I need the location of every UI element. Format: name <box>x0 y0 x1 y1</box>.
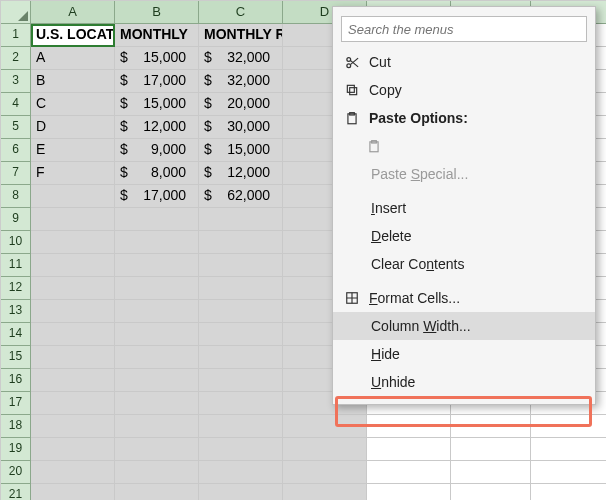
menu-item-cut[interactable]: Cut <box>333 48 595 76</box>
menu-item-insert[interactable]: Insert <box>333 194 595 222</box>
cell-A17[interactable] <box>31 392 115 415</box>
row-header-10[interactable]: 10 <box>1 231 31 254</box>
menu-search-input[interactable] <box>341 16 587 42</box>
column-header-A[interactable]: A <box>31 1 115 24</box>
cell-A8[interactable] <box>31 185 115 208</box>
cell-C6[interactable]: $15,000 <box>199 139 283 162</box>
cell-D19[interactable] <box>283 438 367 461</box>
cell-B9[interactable] <box>115 208 199 231</box>
cell-B16[interactable] <box>115 369 199 392</box>
cell-A14[interactable] <box>31 323 115 346</box>
row-header-14[interactable]: 14 <box>1 323 31 346</box>
cell-F20[interactable] <box>451 461 531 484</box>
row-header-1[interactable]: 1 <box>1 24 31 47</box>
cell-B17[interactable] <box>115 392 199 415</box>
cell-A3[interactable]: B <box>31 70 115 93</box>
cell-A15[interactable] <box>31 346 115 369</box>
cell-C11[interactable] <box>199 254 283 277</box>
select-all-corner[interactable] <box>1 1 31 24</box>
cell-A20[interactable] <box>31 461 115 484</box>
cell-C18[interactable] <box>199 415 283 438</box>
cell-B4[interactable]: $15,000 <box>115 93 199 116</box>
cell-A10[interactable] <box>31 231 115 254</box>
cell-B1[interactable]: MONTHLY <box>115 24 199 47</box>
cell-B21[interactable] <box>115 484 199 500</box>
menu-item-clear-contents[interactable]: Clear Contents <box>333 250 595 278</box>
row-header-13[interactable]: 13 <box>1 300 31 323</box>
cell-C15[interactable] <box>199 346 283 369</box>
menu-item-delete[interactable]: Delete <box>333 222 595 250</box>
cell-C13[interactable] <box>199 300 283 323</box>
row-header-12[interactable]: 12 <box>1 277 31 300</box>
cell-B11[interactable] <box>115 254 199 277</box>
cell-B7[interactable]: $8,000 <box>115 162 199 185</box>
menu-item-paste-default[interactable] <box>333 132 595 160</box>
cell-G21[interactable] <box>531 484 606 500</box>
row-header-6[interactable]: 6 <box>1 139 31 162</box>
cell-A4[interactable]: C <box>31 93 115 116</box>
row-header-3[interactable]: 3 <box>1 70 31 93</box>
cell-A18[interactable] <box>31 415 115 438</box>
cell-A7[interactable]: F <box>31 162 115 185</box>
column-header-B[interactable]: B <box>115 1 199 24</box>
menu-item-format-cells[interactable]: Format Cells... <box>333 284 595 312</box>
cell-E18[interactable] <box>367 415 451 438</box>
cell-A5[interactable]: D <box>31 116 115 139</box>
cell-C1[interactable]: MONTHLY REVEN <box>199 24 283 47</box>
cell-C4[interactable]: $20,000 <box>199 93 283 116</box>
cell-E20[interactable] <box>367 461 451 484</box>
row-header-18[interactable]: 18 <box>1 415 31 438</box>
row-header-20[interactable]: 20 <box>1 461 31 484</box>
cell-A9[interactable] <box>31 208 115 231</box>
cell-B8[interactable]: $17,000 <box>115 185 199 208</box>
cell-F18[interactable] <box>451 415 531 438</box>
cell-B5[interactable]: $12,000 <box>115 116 199 139</box>
cell-B20[interactable] <box>115 461 199 484</box>
row-header-17[interactable]: 17 <box>1 392 31 415</box>
cell-G20[interactable] <box>531 461 606 484</box>
row-header-4[interactable]: 4 <box>1 93 31 116</box>
cell-B12[interactable] <box>115 277 199 300</box>
cell-A6[interactable]: E <box>31 139 115 162</box>
cell-E21[interactable] <box>367 484 451 500</box>
column-header-C[interactable]: C <box>199 1 283 24</box>
cell-B18[interactable] <box>115 415 199 438</box>
cell-C10[interactable] <box>199 231 283 254</box>
cell-C7[interactable]: $12,000 <box>199 162 283 185</box>
cell-G19[interactable] <box>531 438 606 461</box>
cell-A19[interactable] <box>31 438 115 461</box>
cell-B15[interactable] <box>115 346 199 369</box>
cell-A11[interactable] <box>31 254 115 277</box>
cell-C17[interactable] <box>199 392 283 415</box>
cell-G18[interactable] <box>531 415 606 438</box>
cell-B2[interactable]: $15,000 <box>115 47 199 70</box>
cell-B6[interactable]: $9,000 <box>115 139 199 162</box>
row-header-9[interactable]: 9 <box>1 208 31 231</box>
row-header-7[interactable]: 7 <box>1 162 31 185</box>
menu-item-hide[interactable]: Hide <box>333 340 595 368</box>
cell-A2[interactable]: A <box>31 47 115 70</box>
cell-C3[interactable]: $32,000 <box>199 70 283 93</box>
cell-C9[interactable] <box>199 208 283 231</box>
cell-F19[interactable] <box>451 438 531 461</box>
cell-B19[interactable] <box>115 438 199 461</box>
cell-C19[interactable] <box>199 438 283 461</box>
cell-B14[interactable] <box>115 323 199 346</box>
cell-E19[interactable] <box>367 438 451 461</box>
cell-C21[interactable] <box>199 484 283 500</box>
cell-C12[interactable] <box>199 277 283 300</box>
cell-C16[interactable] <box>199 369 283 392</box>
cell-C8[interactable]: $62,000 <box>199 185 283 208</box>
cell-D20[interactable] <box>283 461 367 484</box>
row-header-21[interactable]: 21 <box>1 484 31 500</box>
cell-A16[interactable] <box>31 369 115 392</box>
cell-C5[interactable]: $30,000 <box>199 116 283 139</box>
menu-item-copy[interactable]: Copy <box>333 76 595 104</box>
row-header-19[interactable]: 19 <box>1 438 31 461</box>
row-header-2[interactable]: 2 <box>1 47 31 70</box>
cell-B13[interactable] <box>115 300 199 323</box>
row-header-15[interactable]: 15 <box>1 346 31 369</box>
cell-A13[interactable] <box>31 300 115 323</box>
cell-A21[interactable] <box>31 484 115 500</box>
cell-B3[interactable]: $17,000 <box>115 70 199 93</box>
